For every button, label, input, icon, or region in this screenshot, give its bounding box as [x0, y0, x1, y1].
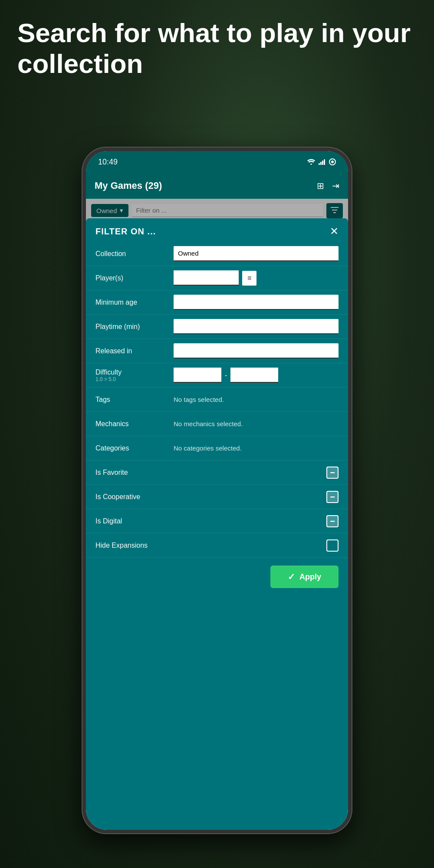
- apply-label: Apply: [299, 572, 321, 582]
- mechanics-value[interactable]: No mechanics selected.: [174, 420, 339, 428]
- players-mode-button[interactable]: ≡: [242, 271, 256, 286]
- players-label: Player(s): [95, 274, 174, 282]
- modal-footer: ✓ Apply: [86, 558, 348, 596]
- modal-close-button[interactable]: ✕: [330, 226, 339, 237]
- header-icons: ⊞ ⇥: [317, 181, 339, 191]
- is-digital-toggle[interactable]: −: [326, 515, 339, 527]
- tags-label: Tags: [95, 396, 174, 404]
- is-cooperative-label: Is Cooperative: [95, 493, 174, 501]
- difficulty-from-input[interactable]: [174, 368, 221, 383]
- difficulty-label: Difficulty 1.0 > 5.0: [95, 368, 174, 382]
- categories-label: Categories: [95, 444, 174, 452]
- minimum-age-input[interactable]: [174, 295, 339, 310]
- minimum-age-value: [174, 295, 339, 310]
- mechanics-row: Mechanics No mechanics selected.: [86, 412, 348, 436]
- released-in-label: Released in: [95, 347, 174, 355]
- hide-expansions-row: Hide Expansions: [86, 533, 348, 558]
- difficulty-row: Difficulty 1.0 > 5.0 -: [86, 363, 348, 388]
- grid-icon[interactable]: ⊞: [317, 181, 324, 191]
- is-cooperative-value: −: [174, 491, 339, 503]
- battery-icon: [329, 158, 336, 165]
- modal-title: FILTER ON ...: [95, 227, 156, 237]
- is-favorite-row: Is Favorite −: [86, 460, 348, 485]
- released-in-value: [174, 343, 339, 358]
- apply-check-icon: ✓: [288, 572, 295, 582]
- is-cooperative-toggle[interactable]: −: [326, 491, 339, 503]
- hide-expansions-value: [174, 539, 339, 552]
- svg-point-5: [331, 161, 334, 163]
- is-digital-label: Is Digital: [95, 517, 174, 525]
- playtime-input[interactable]: [174, 319, 339, 334]
- is-favorite-value: −: [174, 467, 339, 479]
- collection-row: Collection: [86, 242, 348, 266]
- categories-value[interactable]: No categories selected.: [174, 444, 339, 452]
- phone-frame: 10:49: [82, 148, 352, 833]
- phone-screen: 10:49: [86, 151, 348, 830]
- svg-rect-1: [320, 162, 322, 165]
- mechanics-label: Mechanics: [95, 420, 174, 428]
- tags-no-selection: No tags selected.: [174, 396, 224, 403]
- minimum-age-label: Minimum age: [95, 299, 174, 306]
- status-bar: 10:49: [86, 151, 348, 173]
- signal-icon: [319, 159, 326, 165]
- released-in-input[interactable]: [174, 343, 339, 358]
- wifi-icon: [307, 159, 315, 165]
- difficulty-separator: -: [225, 372, 227, 379]
- players-row: Player(s) ≡: [86, 266, 348, 290]
- difficulty-sublabel: 1.0 > 5.0: [95, 376, 174, 382]
- playtime-label: Playtime (min): [95, 323, 174, 331]
- apply-button[interactable]: ✓ Apply: [270, 566, 339, 588]
- categories-no-selection: No categories selected.: [174, 444, 242, 452]
- status-time: 10:49: [98, 158, 118, 167]
- svg-rect-3: [324, 159, 325, 165]
- playtime-value: [174, 319, 339, 334]
- is-favorite-label: Is Favorite: [95, 469, 174, 477]
- app-title: My Games (29): [95, 180, 162, 191]
- minimum-age-row: Minimum age: [86, 290, 348, 315]
- playtime-row: Playtime (min): [86, 315, 348, 339]
- svg-rect-2: [322, 161, 323, 165]
- mechanics-no-selection: No mechanics selected.: [174, 420, 243, 427]
- collection-value: [174, 246, 339, 261]
- is-favorite-toggle[interactable]: −: [326, 467, 339, 479]
- svg-rect-0: [319, 163, 320, 165]
- hero-text: Search for what to play in your collecti…: [17, 17, 417, 79]
- export-icon[interactable]: ⇥: [332, 181, 339, 191]
- tags-row: Tags No tags selected.: [86, 388, 348, 412]
- hide-expansions-label: Hide Expansions: [95, 542, 174, 549]
- difficulty-to-input[interactable]: [230, 368, 278, 383]
- app-header: My Games (29) ⊞ ⇥: [86, 173, 348, 199]
- modal-header: FILTER ON ... ✕: [86, 218, 348, 242]
- players-input[interactable]: [174, 270, 239, 286]
- collection-input[interactable]: [174, 246, 339, 261]
- status-icons: [307, 158, 336, 165]
- hide-expansions-toggle[interactable]: [326, 539, 339, 552]
- players-value: ≡: [174, 270, 339, 286]
- is-digital-value: −: [174, 515, 339, 527]
- tags-value[interactable]: No tags selected.: [174, 396, 339, 404]
- is-cooperative-row: Is Cooperative −: [86, 485, 348, 509]
- collection-label: Collection: [95, 250, 174, 258]
- is-digital-row: Is Digital −: [86, 509, 348, 533]
- filter-modal: FILTER ON ... ✕ Collection Player(s) ≡: [86, 218, 348, 830]
- difficulty-value: -: [174, 368, 339, 383]
- categories-row: Categories No categories selected.: [86, 436, 348, 460]
- released-in-row: Released in: [86, 339, 348, 363]
